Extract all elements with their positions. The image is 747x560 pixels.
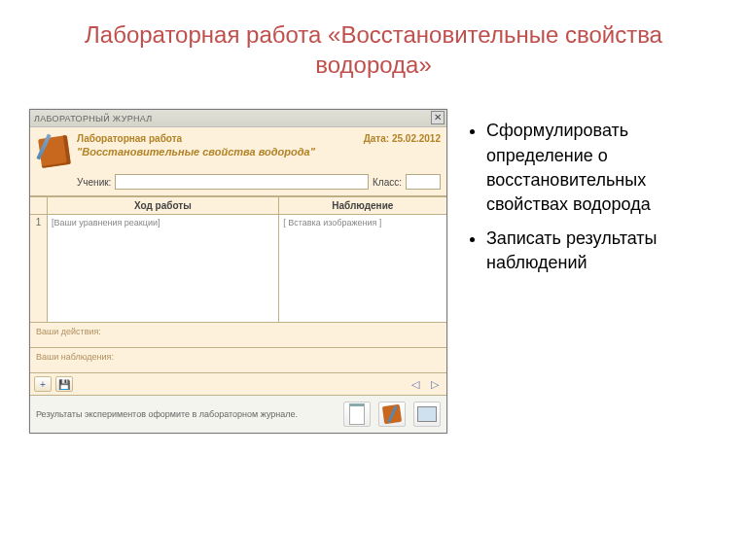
journal-window: ЛАБОРАТОРНЫЙ ЖУРНАЛ ✕ Лабораторная работ… [29, 109, 447, 434]
row-number: 1 [30, 215, 48, 322]
observations-field[interactable]: Ваши наблюдения: [30, 347, 446, 372]
cell-equations[interactable]: [Ваши уравнения реакции] [48, 215, 279, 322]
actions-field[interactable]: Ваши действия: [30, 322, 446, 347]
bullet-item: Записать результаты наблюдений [486, 227, 718, 275]
col-header-obs: Наблюдение [279, 197, 446, 214]
close-button[interactable]: ✕ [431, 111, 445, 124]
date-label: Дата: 25.02.2012 [364, 133, 441, 144]
notepad-icon[interactable] [343, 402, 371, 427]
journal-titlebar: ЛАБОРАТОРНЫЙ ЖУРНАЛ ✕ [30, 110, 446, 127]
add-button[interactable]: + [34, 376, 52, 392]
col-header-work: Ход работы [48, 197, 279, 214]
window-title: ЛАБОРАТОРНЫЙ ЖУРНАЛ [34, 114, 152, 123]
save-button[interactable]: 💾 [55, 376, 73, 392]
cell-image-insert[interactable]: [ Вставка изображения ] [279, 215, 446, 322]
next-button[interactable]: ▷ [427, 377, 443, 391]
journal-icon[interactable] [378, 402, 406, 427]
footer-hint: Результаты экспериментов оформите в лабо… [36, 409, 336, 419]
class-input[interactable] [406, 174, 441, 190]
work-title: "Восстановительные свойства водорода" [77, 146, 358, 158]
slide-title: Лабораторная работа «Восстановительные с… [29, 19, 718, 80]
bullet-list: Сформулировать определение о восстановит… [467, 119, 718, 275]
student-label: Ученик: [77, 177, 111, 188]
header-label: Лабораторная работа [77, 133, 358, 144]
student-input[interactable] [115, 174, 369, 190]
bullet-item: Сформулировать определение о восстановит… [486, 119, 718, 217]
screen-icon[interactable] [413, 402, 441, 427]
class-label: Класс: [373, 177, 402, 188]
notebook-icon [36, 133, 71, 168]
prev-button[interactable]: ◁ [408, 377, 423, 391]
